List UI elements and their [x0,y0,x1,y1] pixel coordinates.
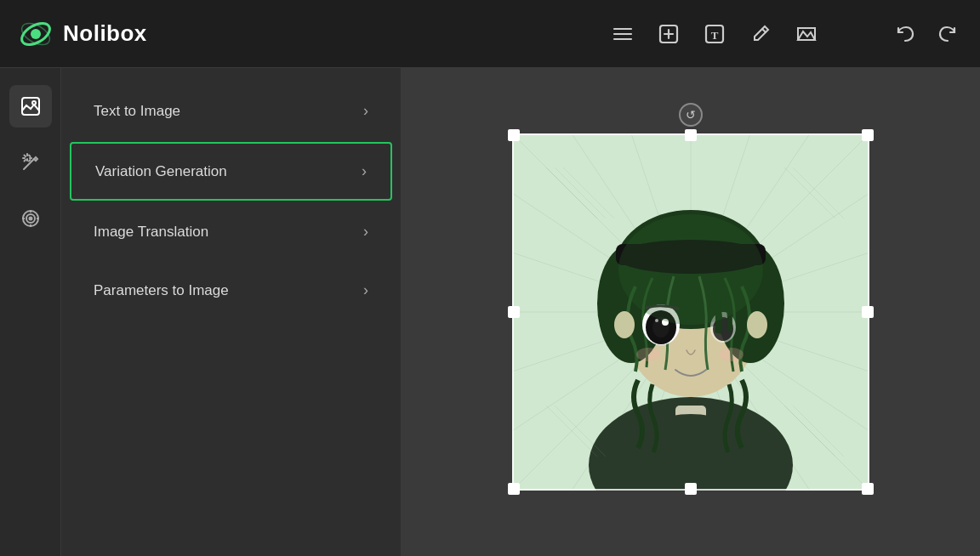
icon-sidebar [0,68,61,556]
image-tool-button[interactable] [791,19,822,49]
canvas-area[interactable]: ↺ [402,68,980,556]
logo-area: Nolibox [17,15,147,53]
logo-icon [17,15,54,53]
chevron-right-icon: › [363,102,368,120]
menu-item-text-to-image[interactable]: Text to Image › [70,83,392,139]
rotate-handle[interactable]: ↺ [679,103,703,127]
menu-item-image-translation[interactable]: Image Translation › [70,204,392,259]
redo-button[interactable] [932,19,963,49]
svg-line-22 [29,160,31,162]
text-tool-button[interactable]: T [699,19,730,49]
menu-item-parameters-to-image[interactable]: Parameters to Image › [70,263,392,318]
chevron-right-icon-2: › [362,162,367,180]
svg-line-11 [762,29,766,32]
svg-line-21 [24,160,26,162]
svg-point-82 [618,214,763,325]
parameters-to-image-label: Parameters to Image [94,282,363,299]
menu-button[interactable] [607,19,638,49]
svg-text:T: T [711,29,719,42]
add-button[interactable] [653,19,684,49]
chevron-right-icon-3: › [363,223,368,241]
svg-point-25 [29,218,31,220]
variation-generation-label: Variation Generation [95,163,362,180]
menu-panel: Text to Image › Variation Generation › I… [61,68,402,556]
undo-button[interactable] [890,19,920,49]
text-to-image-label: Text to Image [94,103,363,120]
menu-item-variation-generation[interactable]: Variation Generation › [70,142,392,201]
brush-tool-button[interactable] [745,19,776,49]
app-name: Nolibox [63,20,147,47]
image-container: ↺ [512,133,869,491]
image-translation-label: Image Translation [94,224,363,241]
svg-point-72 [720,348,744,361]
app-header: Nolibox T [0,0,980,68]
svg-point-83 [614,311,635,338]
svg-point-68 [655,319,658,322]
header-right-tools [890,19,963,49]
sidebar-item-magic[interactable] [9,141,52,184]
svg-line-19 [24,156,26,157]
header-tools: T [607,19,822,49]
main-content: Text to Image › Variation Generation › I… [0,68,980,556]
chevron-right-icon-4: › [363,281,368,299]
svg-point-71 [636,348,660,361]
canvas-image [512,133,869,491]
svg-point-13 [32,101,36,105]
sidebar-item-image[interactable] [9,85,52,128]
svg-point-84 [747,311,767,338]
svg-line-20 [29,156,31,157]
svg-point-1 [31,29,41,39]
sidebar-item-target[interactable] [9,197,52,240]
